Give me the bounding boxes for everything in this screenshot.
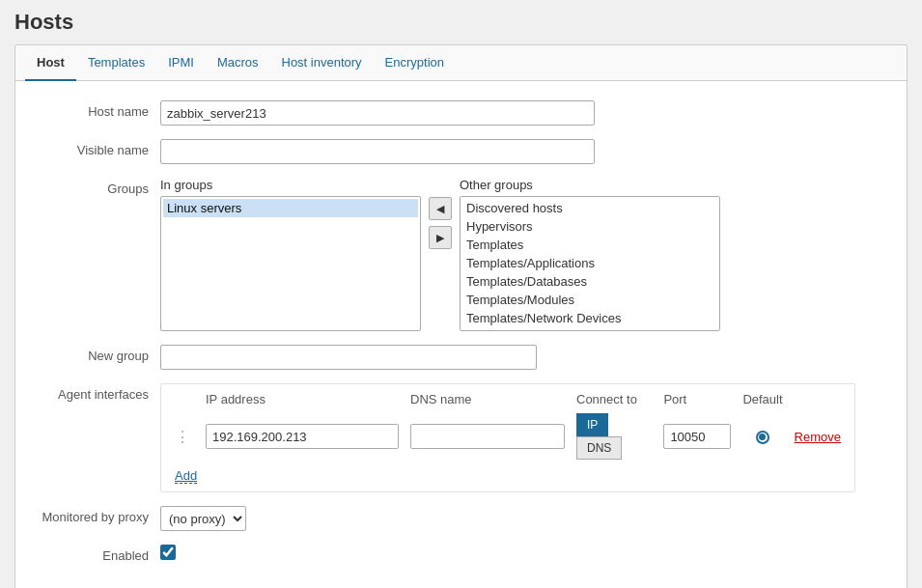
other-group-option: Templates/Applications	[462, 254, 717, 272]
visible-name-control	[160, 139, 887, 164]
visible-name-row: Visible name	[35, 139, 887, 164]
host-name-input[interactable]	[160, 100, 595, 126]
other-groups-label: Other groups	[460, 178, 720, 192]
new-group-row: New group	[35, 345, 887, 370]
add-interface-container: Add	[169, 462, 847, 486]
connect-ip-button[interactable]: IP	[576, 413, 608, 436]
tab-host[interactable]: Host	[25, 45, 76, 81]
proxy-row: Monitored by proxy (no proxy)	[35, 506, 887, 531]
visible-name-input[interactable]	[160, 139, 595, 164]
page-title: Hosts	[14, 10, 908, 35]
dns-header: DNS name	[405, 390, 571, 410]
remove-interface-link[interactable]: Remove	[795, 430, 841, 444]
proxy-control: (no proxy)	[160, 506, 887, 531]
proxy-select[interactable]: (no proxy)	[160, 506, 246, 531]
new-group-control	[160, 345, 887, 370]
groups-content: In groups Linux servers ◀ ▶ Other groups…	[160, 178, 720, 331]
other-groups-column: Other groups Discovered hosts Hypervisor…	[460, 178, 720, 331]
port-header: Port	[657, 390, 737, 410]
enabled-label: Enabled	[35, 545, 160, 563]
in-groups-list[interactable]: Linux servers	[160, 196, 421, 331]
in-groups-label: In groups	[160, 178, 421, 192]
enabled-checkbox[interactable]	[160, 545, 176, 560]
tabs-bar: Host Templates IPMI Macros Host inventor…	[15, 45, 907, 81]
interfaces-table: IP address DNS name Connect to Port Defa…	[169, 390, 847, 462]
interfaces-section: IP address DNS name Connect to Port Defa…	[160, 383, 855, 492]
host-name-row: Host name	[35, 100, 887, 126]
move-left-button[interactable]: ◀	[429, 197, 452, 220]
tab-encryption[interactable]: Encryption	[374, 45, 456, 81]
tab-templates[interactable]: Templates	[76, 45, 156, 81]
host-name-label: Host name	[35, 100, 160, 119]
other-group-option: Templates	[462, 236, 717, 254]
in-group-option: Linux servers	[163, 199, 418, 217]
dns-name-input[interactable]	[410, 424, 565, 449]
radio-dot-inner	[759, 434, 766, 440]
default-header: Default	[737, 390, 788, 410]
other-group-option: Templates/Operating Systems	[462, 327, 717, 331]
table-row: ⋮ IP	[169, 410, 847, 462]
proxy-label: Monitored by proxy	[35, 506, 160, 524]
enabled-row: Enabled	[35, 545, 887, 563]
port-input[interactable]	[663, 424, 731, 449]
enabled-control	[160, 545, 887, 563]
tab-macros[interactable]: Macros	[206, 45, 270, 81]
other-group-option: Discovered hosts	[462, 199, 717, 217]
new-group-input[interactable]	[160, 345, 537, 370]
visible-name-label: Visible name	[35, 139, 160, 157]
tab-ipmi[interactable]: IPMI	[156, 45, 206, 81]
other-group-option: Templates/Network Devices	[462, 309, 717, 327]
drag-handle-icon: ⋮	[175, 429, 194, 445]
move-right-button[interactable]: ▶	[429, 226, 452, 249]
host-name-control	[160, 100, 887, 126]
other-group-option: Templates/Modules	[462, 291, 717, 309]
default-radio[interactable]	[756, 431, 769, 444]
agent-interfaces-row: Agent interfaces IP address DNS name Con…	[35, 383, 887, 492]
connect-header: Connect to	[571, 390, 657, 410]
add-interface-link[interactable]: Add	[175, 468, 197, 484]
ip-header: IP address	[200, 390, 405, 410]
new-group-label: New group	[35, 345, 160, 363]
other-group-option: Templates/Databases	[462, 272, 717, 291]
agent-interfaces-control: IP address DNS name Connect to Port Defa…	[160, 383, 887, 492]
groups-row: Groups In groups Linux servers ◀ ▶ Other…	[35, 178, 887, 331]
agent-interfaces-label: Agent interfaces	[35, 383, 160, 402]
tab-host-inventory[interactable]: Host inventory	[270, 45, 374, 81]
other-groups-list[interactable]: Discovered hosts Hypervisors Templates T…	[460, 196, 720, 331]
other-group-option: Hypervisors	[462, 217, 717, 236]
connect-dns-button[interactable]: DNS	[576, 436, 622, 460]
arrow-buttons: ◀ ▶	[429, 178, 452, 249]
in-groups-column: In groups Linux servers	[160, 178, 421, 331]
ip-address-input[interactable]	[206, 424, 399, 449]
groups-label: Groups	[35, 178, 160, 196]
